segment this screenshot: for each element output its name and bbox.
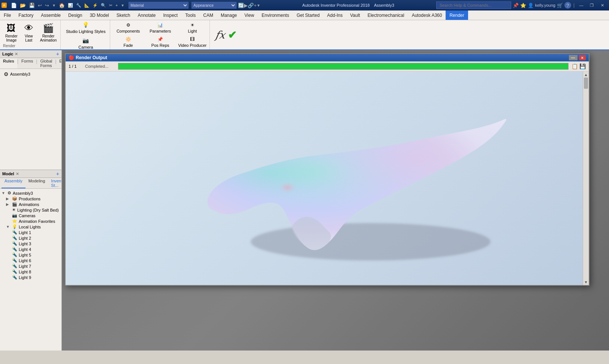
- star-icon[interactable]: ⭐: [520, 3, 526, 8]
- menu-getstarted[interactable]: Get Started: [293, 10, 323, 20]
- menu-view[interactable]: View: [241, 10, 258, 20]
- accept-icon[interactable]: ✔: [228, 29, 236, 41]
- help-icon[interactable]: ?: [564, 2, 571, 9]
- video-producer-button[interactable]: 🎞 Video Producer: [177, 36, 208, 48]
- tree-local-lights[interactable]: ▼ 💡 Local Lights: [0, 224, 61, 230]
- menu-annotate[interactable]: Annotate: [134, 10, 159, 20]
- connect-btn[interactable]: 🔗: [248, 3, 254, 8]
- tree-animations[interactable]: ▶ 🎬 Animations: [0, 201, 61, 207]
- model-inventorst-tab[interactable]: Inventor St...: [48, 178, 61, 188]
- undo-btn[interactable]: ↩: [37, 3, 43, 8]
- menu-autodesk-a360[interactable]: Autodesk A360: [408, 10, 446, 20]
- tree-lighting[interactable]: ☀ Lighting (Dry Salt Bed): [0, 207, 61, 213]
- refresh-btn[interactable]: 🔄: [238, 3, 244, 8]
- model-close-btn[interactable]: ✕: [16, 172, 19, 176]
- cart-icon[interactable]: 🛒: [557, 3, 563, 8]
- tree-light6[interactable]: 🔦 Light 6: [0, 258, 61, 263]
- toolbar-dropdown[interactable]: ▼: [51, 3, 57, 7]
- tree-light7[interactable]: 🔦 Light 7: [0, 263, 61, 269]
- model-modeling-tab[interactable]: Modeling: [25, 178, 48, 188]
- components-button[interactable]: ⚙ Components: [112, 22, 144, 34]
- logic-rules-tab[interactable]: Rules: [0, 58, 17, 69]
- tree-cameras[interactable]: 📷 Cameras: [0, 213, 61, 218]
- misc-btn3[interactable]: 📐: [83, 3, 91, 8]
- menu-sketch[interactable]: Sketch: [113, 10, 134, 20]
- render-save-icon[interactable]: 💾: [579, 63, 586, 69]
- pin-icon[interactable]: 📌: [513, 3, 519, 8]
- render-copy-icon[interactable]: 📋: [572, 63, 578, 69]
- redo-btn[interactable]: ↪: [44, 3, 50, 8]
- render-close-btn[interactable]: ×: [579, 55, 586, 60]
- logic-forms-tab[interactable]: Forms: [18, 58, 36, 69]
- formula-icon[interactable]: 𝑓𝑥: [215, 29, 225, 41]
- close-button[interactable]: ✕: [598, 1, 607, 9]
- misc-btn6[interactable]: ✂: [108, 3, 114, 8]
- open-btn[interactable]: 📂: [19, 3, 27, 8]
- model-add-btn[interactable]: +: [56, 171, 59, 177]
- fade-button[interactable]: 🔆 Fade: [112, 36, 144, 48]
- material-dropdown[interactable]: Material: [129, 2, 189, 9]
- menu-vault[interactable]: Vault: [346, 10, 364, 20]
- misc-btn4[interactable]: ⚡: [91, 3, 99, 8]
- menu-tools[interactable]: Tools: [181, 10, 199, 20]
- tree-assembly3[interactable]: ▼ ⚙ Assembly3: [0, 190, 61, 196]
- tree-light3[interactable]: 🔦 Light 3: [0, 241, 61, 246]
- render-image-button[interactable]: 🖼 RenderImage: [3, 22, 20, 43]
- menu-factory[interactable]: Factory: [15, 10, 37, 20]
- logic-assembly3-item[interactable]: ⚙ Assembly3: [2, 70, 59, 78]
- menu-cam[interactable]: CAM: [199, 10, 217, 20]
- render-animation-button[interactable]: 🎬 RenderAnimation: [38, 22, 59, 43]
- tree-light8[interactable]: 🔦 Light 8: [0, 269, 61, 274]
- menu-environments[interactable]: Environments: [258, 10, 293, 20]
- add-btn[interactable]: +: [254, 3, 257, 8]
- logic-globalforms-tab[interactable]: Global Forms: [37, 58, 55, 69]
- menu-inspect[interactable]: Inspect: [160, 10, 182, 20]
- restore-button[interactable]: ❐: [587, 1, 596, 9]
- camera-button[interactable]: 📷 Camera: [63, 37, 108, 50]
- tree-light2[interactable]: 🔦 Light 2: [0, 235, 61, 241]
- model-assembly-tab[interactable]: Assembly: [1, 178, 25, 188]
- pos-reps-button[interactable]: 📌 Pos Reps: [145, 36, 176, 48]
- tree-light5[interactable]: 🔦 Light 5: [0, 252, 61, 258]
- menu-3dmodel[interactable]: 3D Model: [86, 10, 112, 20]
- scrollbar-up-btn[interactable]: ▲: [583, 72, 589, 78]
- misc-btn7[interactable]: +: [114, 3, 119, 7]
- home-btn[interactable]: 🏠: [58, 3, 66, 8]
- menu-manage[interactable]: Manage: [217, 10, 241, 20]
- misc-btn1[interactable]: 📊: [67, 3, 74, 8]
- parameters-button[interactable]: 📊 Parameters: [145, 22, 176, 34]
- misc-btn5[interactable]: 🔍: [100, 3, 107, 8]
- light8-label: Light 8: [19, 270, 31, 274]
- misc-btn2[interactable]: 🔧: [75, 3, 82, 8]
- studio-lighting-button[interactable]: 💡 Studio Lighting Styles: [63, 21, 108, 34]
- logic-add-tab-btn[interactable]: +: [56, 51, 59, 57]
- menu-assemble[interactable]: Assemble: [37, 10, 64, 20]
- new-btn[interactable]: 📄: [10, 3, 18, 8]
- menu-design[interactable]: Design: [64, 10, 86, 20]
- view-last-button[interactable]: 👁 ViewLast: [21, 22, 36, 43]
- help-search-input[interactable]: [436, 1, 511, 9]
- light9-icon: 🔦: [12, 275, 17, 280]
- tree-light9[interactable]: 🔦 Light 9: [0, 274, 61, 280]
- scrollbar-thumb[interactable]: [584, 78, 588, 89]
- more-btn[interactable]: ▼: [257, 3, 260, 7]
- menu-render[interactable]: Render: [446, 10, 468, 20]
- logic-exte-tab[interactable]: Exte: [56, 58, 61, 69]
- save-btn[interactable]: 💾: [28, 3, 36, 8]
- dropdown-arrow[interactable]: ▼: [120, 3, 126, 7]
- light-button[interactable]: ☀ Light: [177, 22, 208, 34]
- tree-light4[interactable]: 🔦 Light 4: [0, 246, 61, 252]
- minimize-button[interactable]: —: [577, 1, 586, 9]
- menu-file[interactable]: File: [0, 10, 15, 20]
- scrollbar-down-btn[interactable]: ▼: [583, 279, 589, 285]
- logic-close-btn[interactable]: ✕: [15, 52, 18, 57]
- play-btn[interactable]: ▶: [244, 3, 248, 8]
- render-minimize-btn[interactable]: —: [569, 55, 578, 60]
- tree-light1[interactable]: 🔦 Light 1: [0, 230, 61, 235]
- wing-shadow: [251, 223, 491, 261]
- appearance-dropdown[interactable]: Appearance: [192, 2, 236, 9]
- menu-addins[interactable]: Add-Ins: [323, 10, 346, 20]
- tree-productions[interactable]: ▶ 📦 Productions: [0, 196, 61, 201]
- menu-electromechanical[interactable]: Electromechanical: [364, 10, 408, 20]
- tree-anim-fav[interactable]: ⭐ Animation Favorites: [0, 218, 61, 224]
